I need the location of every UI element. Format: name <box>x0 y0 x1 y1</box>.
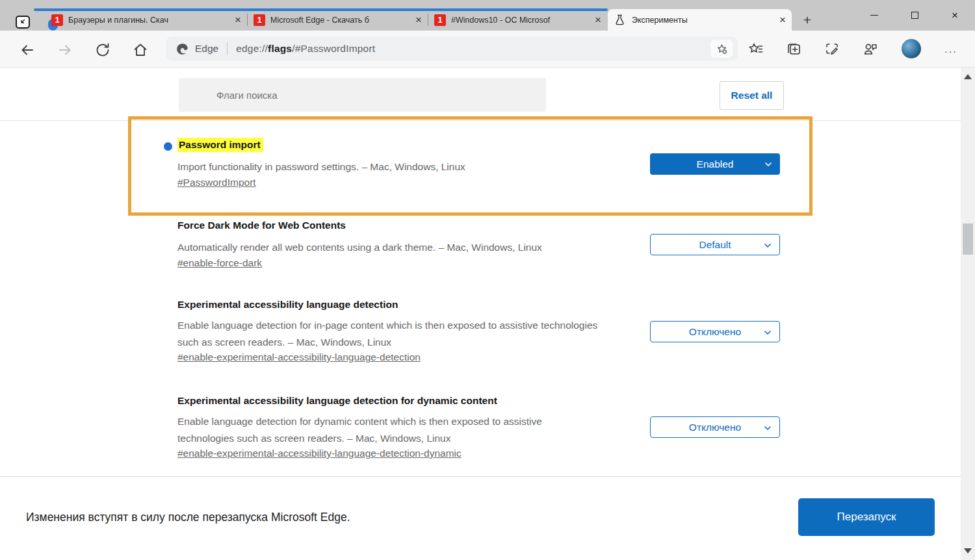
new-tab-button[interactable]: + <box>800 13 815 29</box>
flag-permalink-force-dark[interactable]: #enable-force-dark <box>177 257 262 269</box>
tab-windows10[interactable]: 1 #Windows10 - ОС Microsof × <box>428 9 607 31</box>
tab-title: Эксперименты <box>632 16 774 25</box>
minimize-icon <box>870 15 878 16</box>
site-favicon: 1 <box>434 14 446 26</box>
restart-notice: Изменения вступят в силу после перезапус… <box>26 511 350 524</box>
scroll-down-button[interactable] <box>964 548 972 554</box>
flag-dropdown-value: Отключено <box>689 326 741 338</box>
scrollbar-thumb[interactable] <box>963 223 973 255</box>
flag-dropdown-accessibility-lang-dynamic[interactable]: Отключено <box>650 416 780 438</box>
tab-title: Microsoft Edge - Скачать б <box>270 16 410 25</box>
scrollbar[interactable] <box>961 68 975 560</box>
feedback-button[interactable] <box>862 41 879 58</box>
chevron-down-icon <box>764 424 772 432</box>
tab-close-icon[interactable]: × <box>595 14 601 25</box>
home-button[interactable] <box>133 42 148 58</box>
tab-experiments-active[interactable]: Эксперименты × <box>608 9 792 31</box>
site-favicon: 1 <box>254 14 265 26</box>
flag-description: Automatically render all web contents us… <box>177 239 542 256</box>
star-plus-icon <box>716 43 728 55</box>
url-scheme: edge:// <box>236 43 268 54</box>
edge-logo-icon <box>176 42 189 56</box>
tab-browsers-plugins[interactable]: 1 Браузеры и плагины. Скач × <box>46 9 247 31</box>
tab-close-icon[interactable]: × <box>235 14 241 25</box>
address-bar[interactable]: Edge edge://flags/#PasswordImport <box>166 36 738 61</box>
flags-page: Reset all Password import Import functio… <box>0 68 961 476</box>
vertical-tabs-icon <box>19 18 27 26</box>
back-button[interactable] <box>20 42 35 58</box>
tab-title: Браузеры и плагины. Скач <box>68 16 229 25</box>
close-icon: × <box>952 10 958 21</box>
flag-permalink-accessibility-lang-dynamic[interactable]: #enable-experimental-accessibility-langu… <box>177 448 462 459</box>
url-host: flags <box>268 43 292 54</box>
reset-all-button[interactable]: Reset all <box>720 81 784 110</box>
maximize-icon <box>911 12 918 19</box>
flag-dropdown-accessibility-lang[interactable]: Отключено <box>650 321 780 342</box>
restart-bar: Изменения вступят в силу после перезапус… <box>0 476 961 560</box>
site-favicon: 1 <box>51 14 63 26</box>
flag-dropdown-value: Default <box>699 239 731 251</box>
beaker-icon <box>614 14 626 26</box>
tab-strip: 1 Браузеры и плагины. Скач × 1 Microsoft… <box>0 0 975 31</box>
flag-description: Enable language detection for in-page co… <box>177 317 599 351</box>
flags-search-input[interactable] <box>179 78 546 112</box>
add-favorite-button[interactable] <box>710 40 733 58</box>
flag-title-force-dark: Force Dark Mode for Web Contents <box>177 220 346 231</box>
flag-title-accessibility-lang: Experimental accessibility language dete… <box>177 299 398 311</box>
forward-button[interactable] <box>57 42 73 58</box>
chevron-down-icon <box>764 242 772 249</box>
url-text[interactable]: edge://flags/#PasswordImport <box>236 43 375 55</box>
profile-avatar[interactable] <box>902 39 921 58</box>
tab-close-icon[interactable]: × <box>415 14 422 25</box>
restart-button[interactable]: Перезапуск <box>798 498 935 536</box>
tab-title: #Windows10 - ОС Microsof <box>451 16 590 25</box>
favorites-button[interactable] <box>748 41 764 58</box>
reload-button[interactable] <box>95 42 110 58</box>
url-rest: /#PasswordImport <box>292 43 375 54</box>
settings-menu-button[interactable]: ··· <box>941 46 961 57</box>
collections-button[interactable] <box>785 41 802 58</box>
flag-permalink-accessibility-lang[interactable]: #enable-experimental-accessibility-langu… <box>177 351 421 363</box>
site-name: Edge <box>195 43 218 55</box>
web-capture-button[interactable] <box>824 41 840 58</box>
flag-dropdown-force-dark[interactable]: Default <box>650 234 780 255</box>
close-window-button[interactable]: × <box>940 0 970 31</box>
flag-title-accessibility-lang-dynamic: Experimental accessibility language dete… <box>177 395 497 407</box>
flag-description: Enable language detection for dynamic co… <box>177 413 599 447</box>
minimize-button[interactable] <box>859 0 889 31</box>
maximize-button[interactable] <box>900 0 930 31</box>
chevron-down-icon <box>764 329 772 337</box>
tab-close-icon[interactable]: × <box>779 14 786 25</box>
vertical-tabs-button[interactable] <box>16 16 30 29</box>
address-divider <box>227 42 228 55</box>
scroll-up-button[interactable] <box>964 74 972 79</box>
annotation-box <box>128 116 812 216</box>
browser-toolbar: Edge edge://flags/#PasswordImport ··· <box>0 31 975 68</box>
flag-dropdown-value: Отключено <box>689 422 741 433</box>
tab-edge-download[interactable]: 1 Microsoft Edge - Скачать б × <box>248 9 428 31</box>
